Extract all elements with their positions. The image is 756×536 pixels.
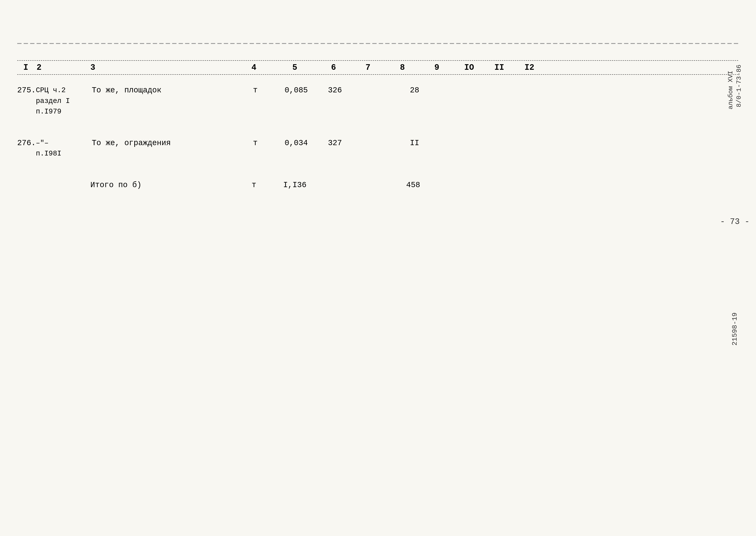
row-275-col6: 326 xyxy=(318,85,352,96)
row-276-col8: II xyxy=(387,138,442,149)
itogo-description: Итого по б) xyxy=(84,180,235,190)
header-col-11: II xyxy=(484,63,514,72)
row-275-col8: 28 xyxy=(387,85,442,96)
header-col-12: I2 xyxy=(514,63,545,72)
row-276-description: То же, ограждения xyxy=(85,138,236,149)
row-275-unit: т xyxy=(236,85,275,96)
decorative-top-line xyxy=(17,43,739,44)
itogo-col5: I,I36 xyxy=(273,180,316,190)
album-label: альбом XVI 8/0-1-73-86 xyxy=(727,65,743,109)
header-col-1: I xyxy=(17,63,34,72)
row-276-col5: 0,034 xyxy=(275,138,318,149)
page-number: - 73 - xyxy=(720,217,749,226)
row-275-col5: 0,085 xyxy=(275,85,318,96)
itogo-unit: т xyxy=(235,180,273,190)
row-276-unit: т xyxy=(236,138,275,149)
table-row: Итого по б) т I,I36 458 xyxy=(17,176,738,194)
table-header: I 2 3 4 5 6 7 8 9 IO II I2 xyxy=(17,61,738,74)
row-276-col6: 327 xyxy=(318,138,352,149)
right-margin-area: альбом XVI 8/0-1-73-86 - 73 - 21598-19 xyxy=(720,65,749,346)
content-area: I 2 3 4 5 6 7 8 9 IO II I2 275. СРЦ ч.2 … xyxy=(17,60,738,194)
header-top-rule xyxy=(17,60,738,61)
row-275-description: То же, площадок xyxy=(85,85,236,96)
header-bottom-rule xyxy=(17,74,738,75)
header-col-4: 4 xyxy=(235,63,273,72)
row-276-number: 276. xyxy=(17,138,36,149)
row-275-source: СРЦ ч.2 раздел I п.I979 xyxy=(36,85,85,117)
page: I 2 3 4 5 6 7 8 9 IO II I2 275. СРЦ ч.2 … xyxy=(0,0,756,536)
header-col-10: IO xyxy=(454,63,484,72)
ref-number: 21598-19 xyxy=(731,313,739,346)
header-col-7: 7 xyxy=(351,63,385,72)
itogo-col8: 458 xyxy=(385,180,441,190)
table-row: 275. СРЦ ч.2 раздел I п.I979 То же, площ… xyxy=(17,81,738,121)
header-col-2: 2 xyxy=(34,63,84,72)
header-col-9: 9 xyxy=(420,63,454,72)
row-275-number: 275. xyxy=(17,85,36,96)
table-row: 276. –"– п.I98I То же, ограждения т 0,03… xyxy=(17,134,738,163)
header-col-5: 5 xyxy=(273,63,316,72)
header-col-8: 8 xyxy=(385,63,420,72)
row-276-source: –"– п.I98I xyxy=(36,138,85,159)
header-col-3: 3 xyxy=(84,63,235,72)
header-col-6: 6 xyxy=(316,63,351,72)
